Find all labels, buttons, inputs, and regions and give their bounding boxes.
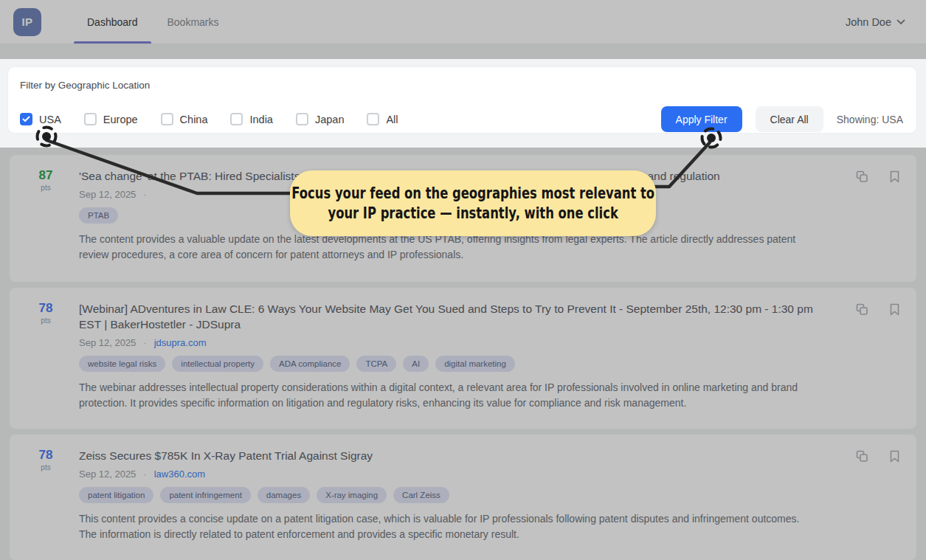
- article-summary: This content provides a concise update o…: [79, 511, 817, 542]
- tab-bookmarks[interactable]: Bookmarks: [153, 0, 234, 44]
- tag-chip[interactable]: website legal risks: [79, 356, 165, 372]
- feed-item: 78 pts [Webinar] ADventures in Law CLE: …: [10, 288, 916, 429]
- copy-icon[interactable]: [856, 303, 868, 316]
- filter-strip: Filter by Geographic Location USA Europe: [0, 59, 926, 148]
- tag-chip[interactable]: digital marketing: [435, 356, 515, 372]
- meta-separator: ·: [143, 189, 146, 200]
- top-nav-bar: IP Dashboard Bookmarks John Doe: [0, 0, 926, 44]
- bookmark-icon[interactable]: [889, 170, 900, 183]
- tutorial-callout: Focus your feed on the geographies most …: [290, 170, 656, 236]
- article-date: Sep 12, 2025: [79, 189, 136, 200]
- checkbox-japan[interactable]: Japan: [296, 113, 345, 125]
- checkbox-europe-box[interactable]: [84, 113, 97, 125]
- checkbox-china-label: China: [180, 114, 208, 125]
- article-date: Sep 12, 2025: [79, 469, 136, 480]
- active-tab-indicator: [74, 41, 151, 44]
- callout-text-line2: your IP practice — instantly, with one c…: [328, 204, 618, 222]
- bookmark-icon[interactable]: [889, 450, 900, 463]
- score-units: pts: [33, 317, 58, 325]
- filter-title: Filter by Geographic Location: [20, 80, 903, 91]
- article-summary: The webinar addresses intellectual prope…: [79, 380, 817, 411]
- meta-separator: ·: [143, 337, 146, 348]
- tab-dashboard-label: Dashboard: [87, 16, 138, 28]
- article-source-link[interactable]: law360.com: [154, 469, 205, 480]
- checkbox-india[interactable]: India: [230, 113, 272, 125]
- tag-chip[interactable]: AI: [403, 356, 429, 372]
- article-title[interactable]: [Webinar] ADventures in Law CLE: 6 Ways …: [79, 301, 829, 332]
- tag-chip[interactable]: ADA compliance: [270, 356, 350, 372]
- checkbox-china-box[interactable]: [161, 113, 173, 125]
- tag-chip[interactable]: intellectual property: [172, 356, 263, 372]
- tag-chip[interactable]: Carl Zeiss: [393, 487, 449, 503]
- clear-all-button[interactable]: Clear All: [756, 106, 823, 132]
- user-name: John Doe: [846, 16, 891, 28]
- article-date: Sep 12, 2025: [79, 337, 136, 348]
- user-menu[interactable]: John Doe: [846, 16, 905, 28]
- feed-item: 78 pts Zeiss Secures $785K In X-Ray Pate…: [10, 435, 916, 560]
- checkbox-all[interactable]: All: [367, 113, 398, 125]
- checkbox-japan-box[interactable]: [296, 113, 308, 125]
- score-units: pts: [33, 463, 58, 471]
- checkbox-india-box[interactable]: [230, 113, 243, 125]
- checkbox-all-label: All: [386, 114, 398, 125]
- geo-options: USA Europe China India Japan: [20, 113, 398, 125]
- copy-icon[interactable]: [856, 450, 868, 463]
- checkbox-usa-box[interactable]: [20, 113, 32, 125]
- nav-tabs: Dashboard Bookmarks: [72, 0, 234, 44]
- tab-dashboard[interactable]: Dashboard: [72, 0, 153, 44]
- article-title[interactable]: Zeiss Secures $785K In X-Ray Patent Tria…: [79, 448, 829, 463]
- tag-chip[interactable]: TCPA: [356, 356, 396, 372]
- bookmark-icon[interactable]: [889, 303, 900, 316]
- checkbox-europe[interactable]: Europe: [84, 113, 138, 125]
- checkbox-japan-label: Japan: [315, 114, 345, 125]
- relevance-score: 78: [33, 301, 58, 316]
- tag-chip[interactable]: patent infringement: [160, 487, 250, 503]
- callout-text-line1: Focus your feed on the geographies most …: [291, 184, 654, 202]
- copy-icon[interactable]: [856, 170, 868, 183]
- click-gesture-icon: [697, 126, 725, 154]
- geo-filter-panel: Filter by Geographic Location USA Europe: [7, 66, 917, 134]
- showing-status: Showing: USA: [837, 114, 903, 125]
- tag-chip[interactable]: patent litigation: [79, 487, 153, 503]
- tag-chip[interactable]: PTAB: [79, 207, 118, 224]
- checkbox-all-box[interactable]: [367, 113, 379, 125]
- article-summary: The content provides a valuable update o…: [79, 232, 817, 263]
- tab-bookmarks-label: Bookmarks: [167, 16, 219, 28]
- checkbox-europe-label: Europe: [103, 114, 138, 125]
- score-units: pts: [33, 184, 58, 192]
- relevance-score: 87: [33, 168, 58, 183]
- relevance-score: 78: [33, 448, 58, 463]
- checkbox-china[interactable]: China: [161, 113, 208, 125]
- checkmark-icon: [22, 116, 30, 122]
- checkbox-india-label: India: [249, 114, 272, 125]
- chevron-down-icon: [896, 19, 905, 25]
- tag-chip[interactable]: X-ray imaging: [317, 487, 387, 503]
- meta-separator: ·: [143, 469, 146, 480]
- article-source-link[interactable]: jdsupra.com: [154, 337, 207, 348]
- tag-chip[interactable]: damages: [258, 487, 310, 503]
- app-logo: IP: [13, 8, 41, 36]
- click-gesture-icon: [33, 124, 61, 152]
